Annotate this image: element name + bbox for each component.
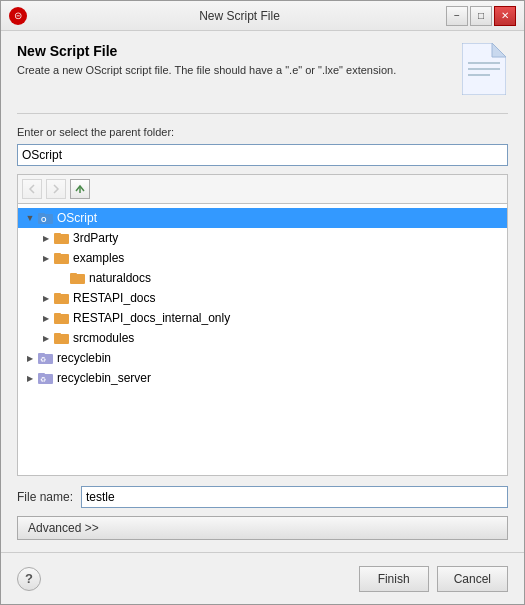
filename-label: File name: — [17, 490, 73, 504]
footer-buttons: Finish Cancel — [359, 566, 508, 592]
tree-label-srcmodules: srcmodules — [73, 331, 134, 345]
toggle-3rdparty[interactable]: ▶ — [38, 230, 54, 246]
dialog-icon — [460, 43, 508, 95]
toggle-examples[interactable]: ▶ — [38, 250, 54, 266]
close-button[interactable]: ✕ — [494, 6, 516, 26]
folder-tree[interactable]: ▼ O OScript ▶ — [17, 203, 508, 476]
nav-forward-button[interactable] — [46, 179, 66, 199]
tree-toolbar — [17, 174, 508, 203]
header-section: New Script File Create a new OScript scr… — [17, 43, 508, 95]
title-bar-text: New Script File — [33, 9, 446, 23]
app-icon: ⊝ — [9, 7, 27, 25]
nav-back-button[interactable] — [22, 179, 42, 199]
toggle-restapi-internal[interactable]: ▶ — [38, 310, 54, 326]
tree-label-examples: examples — [73, 251, 124, 265]
folder-icon-3rdparty — [54, 231, 70, 245]
forward-icon — [50, 183, 62, 195]
filename-row: File name: — [17, 486, 508, 508]
tree-item-oscript[interactable]: ▼ O OScript — [18, 208, 507, 228]
tree-item-restapi-internal[interactable]: ▶ RESTAPI_docs_internal_only — [18, 308, 507, 328]
up-icon — [74, 183, 86, 195]
advanced-button[interactable]: Advanced >> — [17, 516, 508, 540]
maximize-button[interactable]: □ — [470, 6, 492, 26]
minimize-button[interactable]: − — [446, 6, 468, 26]
tree-label-recyclebin-server: recyclebin_server — [57, 371, 151, 385]
svg-rect-14 — [70, 273, 77, 276]
tree-label-oscript: OScript — [57, 211, 97, 225]
toggle-recyclebin[interactable]: ▶ — [22, 350, 38, 366]
main-content: New Script File Create a new OScript scr… — [1, 31, 524, 552]
tree-label-restapi-internal: RESTAPI_docs_internal_only — [73, 311, 230, 325]
svg-rect-18 — [54, 313, 61, 316]
dialog-description: Create a new OScript script file. The fi… — [17, 63, 448, 78]
svg-text:♻: ♻ — [40, 376, 46, 383]
cancel-button[interactable]: Cancel — [437, 566, 508, 592]
recycle-icon-server: ♻ — [38, 371, 54, 385]
toggle-naturaldocs — [54, 270, 70, 286]
file-icon-svg — [462, 43, 506, 95]
tree-item-naturaldocs[interactable]: naturaldocs — [18, 268, 507, 288]
folder-icon-srcmodules — [54, 331, 70, 345]
tree-item-3rdparty[interactable]: ▶ 3rdParty — [18, 228, 507, 248]
dialog-title: New Script File — [17, 43, 448, 59]
toggle-restapi-docs[interactable]: ▶ — [38, 290, 54, 306]
toggle-recyclebin-server[interactable]: ▶ — [22, 370, 38, 386]
folder-icon-examples — [54, 251, 70, 265]
svg-rect-10 — [54, 233, 61, 236]
tree-item-examples[interactable]: ▶ examples — [18, 248, 507, 268]
svg-rect-12 — [54, 253, 61, 256]
tree-item-recyclebin-server[interactable]: ▶ ♻ recyclebin_server — [18, 368, 507, 388]
help-button[interactable]: ? — [17, 567, 41, 591]
tree-item-recyclebin[interactable]: ▶ ♻ recyclebin — [18, 348, 507, 368]
tree-label-naturaldocs: naturaldocs — [89, 271, 151, 285]
tree-item-srcmodules[interactable]: ▶ srcmodules — [18, 328, 507, 348]
header-separator — [17, 113, 508, 114]
svg-text:O: O — [41, 216, 47, 223]
tree-label-restapi-docs: RESTAPI_docs — [73, 291, 155, 305]
folder-icon-naturaldocs — [70, 271, 86, 285]
back-icon — [26, 183, 38, 195]
toggle-oscript[interactable]: ▼ — [22, 210, 38, 226]
bottom-form: File name: Advanced >> — [17, 486, 508, 540]
footer: ? Finish Cancel — [1, 552, 524, 604]
svg-rect-16 — [54, 293, 61, 296]
recycle-icon-bin: ♻ — [38, 351, 54, 365]
svg-rect-20 — [54, 333, 61, 336]
finish-button[interactable]: Finish — [359, 566, 429, 592]
folder-label: Enter or select the parent folder: — [17, 126, 508, 138]
filename-input[interactable] — [81, 486, 508, 508]
parent-folder-input[interactable] — [17, 144, 508, 166]
tree-item-restapi-docs[interactable]: ▶ RESTAPI_docs — [18, 288, 507, 308]
nav-up-button[interactable] — [70, 179, 90, 199]
oscript-folder-icon: O — [38, 211, 54, 225]
title-bar: ⊝ New Script File − □ ✕ — [1, 1, 524, 31]
help-icon: ? — [25, 571, 33, 586]
toggle-srcmodules[interactable]: ▶ — [38, 330, 54, 346]
dialog-window: ⊝ New Script File − □ ✕ New Script File … — [0, 0, 525, 605]
folder-icon-restapi-internal — [54, 311, 70, 325]
tree-label-3rdparty: 3rdParty — [73, 231, 118, 245]
svg-text:♻: ♻ — [40, 356, 46, 363]
svg-marker-1 — [492, 43, 506, 57]
window-controls: − □ ✕ — [446, 6, 516, 26]
folder-icon-restapi-docs — [54, 291, 70, 305]
tree-label-recyclebin: recyclebin — [57, 351, 111, 365]
